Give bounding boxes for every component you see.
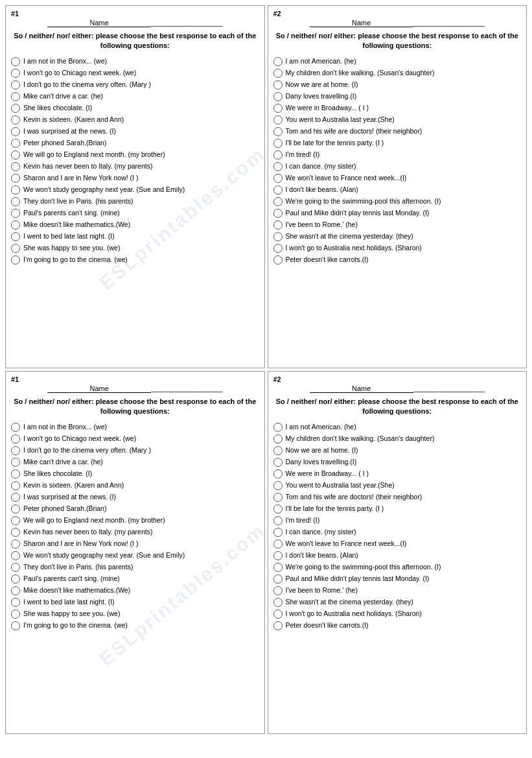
- bullet-icon: [273, 139, 283, 148]
- list-item: Paul's parents can't sing. (mine): [11, 574, 259, 584]
- item-text: I can dance. (my sister): [286, 161, 356, 171]
- list-item: I don't go to the cinema very often. (Ma…: [11, 80, 259, 89]
- item-text: We're going to the swimming-pool this af…: [286, 196, 441, 206]
- item-text: We won't leave to France next week...(I): [286, 539, 407, 548]
- bullet-icon: [273, 598, 283, 607]
- list-item: We will go to England next month. (my br…: [11, 515, 259, 525]
- bullet-icon: [11, 244, 20, 253]
- list-item: I don't go to the cinema very often. (Ma…: [11, 445, 259, 455]
- bullet-icon: [273, 528, 283, 537]
- item-text: Paul's parents can't sing. (mine): [23, 574, 120, 583]
- bullet-icon: [11, 185, 20, 195]
- item-text: Dany loves travelling.(I): [286, 91, 357, 101]
- list-item: I don't like beans. (Alan): [273, 551, 522, 560]
- list-item: I won't go to Chicago next week. (we): [11, 434, 259, 444]
- bullet-icon: [273, 504, 283, 514]
- item-text: Mike can't drive a car. (he): [23, 457, 103, 466]
- item-text: I'm tired! (I): [286, 515, 320, 525]
- list-item: My children don't like walking. (Susan's…: [273, 68, 522, 78]
- bullet-icon: [273, 493, 283, 502]
- item-text: I don't like beans. (Alan): [286, 551, 358, 560]
- worksheet-1: #1 Name__________________ So / neither/ …: [5, 5, 265, 368]
- list-item: I'll be late for the tennis party. (I ): [273, 138, 522, 148]
- bullet-icon: [11, 115, 20, 124]
- list-item: I can dance. (my sister): [273, 527, 522, 537]
- list-item: I'll be late for the tennis party. (I ): [273, 504, 522, 514]
- list-item: I don't like beans. (Alan): [273, 185, 522, 195]
- bullet-icon: [273, 244, 283, 253]
- bullet-icon: [11, 255, 20, 265]
- item-text: I don't go to the cinema very often. (Ma…: [23, 80, 151, 89]
- item-text: Now we are at home. (I): [286, 445, 358, 455]
- list-item: I've been to Rome.' (he): [273, 586, 522, 595]
- item-text: Sharon and I are in New York now! (I ): [23, 539, 138, 548]
- ws4-name-line: Name__________________: [273, 385, 522, 393]
- item-text: I won't go to Chicago next week. (we): [23, 68, 136, 77]
- item-text: Mike doesn't like mathematics.(We): [23, 586, 130, 595]
- list-item: Dany loves travelling.(I): [273, 457, 522, 467]
- list-item: We're going to the swimming-pool this af…: [273, 562, 522, 572]
- bullet-icon: [273, 481, 283, 490]
- bullet-icon: [11, 598, 20, 607]
- list-item: We will go to England next month. (my br…: [11, 150, 259, 160]
- bullet-icon: [11, 446, 20, 455]
- list-item: She was happy to see you. (we): [11, 243, 259, 253]
- bullet-icon: [273, 104, 283, 113]
- list-item: Peter doesn't like carrots.(I): [273, 621, 522, 630]
- item-text: Kevin is sixteen. (Karen and Ann): [23, 115, 124, 124]
- item-text: I've been to Rome.' (he): [286, 586, 358, 595]
- list-item: They don't live in Paris. (his parents): [11, 562, 259, 572]
- page: #1 Name__________________ So / neither/ …: [0, 0, 532, 742]
- worksheet-4: #2 Name__________________ So / neither/ …: [268, 371, 527, 734]
- bullet-icon: [11, 220, 20, 230]
- item-text: I won't go to Australia next holidays. (…: [286, 243, 422, 252]
- item-text: I'm going to go to the cinema. (we): [23, 621, 128, 630]
- ws3-instructions: So / neither/ nor/ either: please choose…: [11, 397, 259, 417]
- list-item: Peter doesn't like carrots.(I): [273, 255, 522, 265]
- list-item: She was happy to see you. (we): [11, 609, 259, 619]
- list-item: Sharon and I are in New York now! (I ): [11, 173, 259, 183]
- list-item: Paul and Mike didn't play tennis last Mo…: [273, 574, 522, 584]
- bullet-icon: [273, 92, 283, 101]
- list-item: She likes chocolate. (I): [11, 103, 259, 113]
- list-item: We won't leave to France next week...(I): [273, 173, 522, 183]
- item-text: I'm going to go to the cinema. (we): [23, 255, 128, 264]
- worksheet-top-right: #2 Name__________________ So / neither/ …: [268, 5, 527, 368]
- item-text: I am not American. (he): [286, 422, 356, 431]
- item-text: Peter phoned Sarah.(Brian): [23, 504, 106, 513]
- ws3-name-label: Name: [47, 385, 151, 393]
- ws4-list: I am not American. (he) My children don'…: [273, 422, 522, 630]
- item-text: I'll be late for the tennis party. (I ): [286, 138, 384, 147]
- list-item: I won't go to Australia next holidays. (…: [273, 609, 522, 619]
- list-item: I'm going to go to the cinema. (we): [11, 255, 259, 265]
- item-text: My children don't like walking. (Susan's…: [286, 68, 435, 77]
- list-item: Tom and his wife are doctors! (their nei…: [273, 492, 522, 502]
- bullet-icon: [11, 493, 20, 502]
- bullet-icon: [11, 127, 20, 136]
- worksheet-bottom-left: #1 Name__________________ So / neither/ …: [5, 371, 265, 734]
- bullet-icon: [11, 504, 20, 514]
- bullet-icon: [11, 150, 20, 160]
- ws3-number: #1: [11, 375, 259, 383]
- item-text: I went to bed late last night. (I): [23, 231, 115, 241]
- list-item: You went to Australia last year.(She): [273, 480, 522, 490]
- bullet-icon: [273, 115, 283, 124]
- bullet-icon: [11, 516, 20, 525]
- list-item: My children don't like walking. (Susan's…: [273, 434, 522, 444]
- list-item: She wasn't at the cinema yesterday. (the…: [273, 231, 522, 241]
- list-item: Mike can't drive a car. (he): [11, 457, 259, 467]
- item-text: Dany loves travelling.(I): [286, 457, 357, 466]
- list-item: You went to Australia last year.(She): [273, 115, 522, 124]
- item-text: We won't leave to France next week...(I): [286, 173, 407, 182]
- bullet-icon: [273, 80, 283, 89]
- list-item: We won't study geography next year. (Sue…: [11, 185, 259, 195]
- bullet-icon: [273, 185, 283, 195]
- item-text: She likes chocolate. (I): [23, 469, 92, 478]
- worksheet-3: #1 Name__________________ So / neither/ …: [5, 371, 265, 734]
- item-text: Kevin has never been to Italy. (my paren…: [23, 527, 152, 536]
- list-item: I was surprised at the news. (I): [11, 492, 259, 502]
- list-item: We won't study geography next year. (Sue…: [11, 551, 259, 560]
- list-item: Mike can't drive a car. (he): [11, 91, 259, 101]
- bullet-icon: [11, 551, 20, 560]
- item-text: You went to Australia last year.(She): [286, 115, 395, 124]
